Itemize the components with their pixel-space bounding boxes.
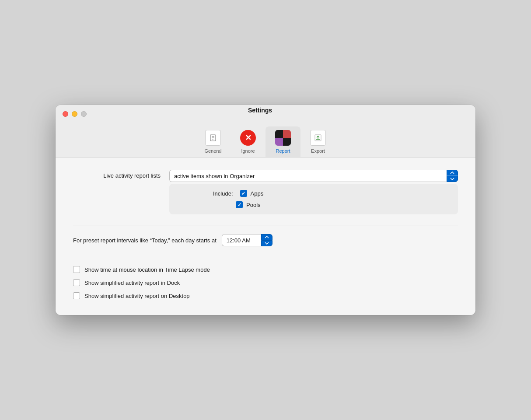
- time-stepper-up-button[interactable]: [261, 234, 272, 240]
- report-icon-wrapper: [274, 129, 292, 147]
- general-icon: [205, 130, 221, 146]
- tab-report[interactable]: Report: [266, 126, 300, 157]
- settings-window: Settings General: [56, 105, 475, 315]
- divider-1: [73, 225, 458, 225]
- stepper-up-button[interactable]: [447, 170, 458, 176]
- apps-label: Apps: [251, 190, 264, 197]
- simplified-dock-label: Show simplified activity report in Dock: [84, 280, 180, 286]
- divider-2: [73, 257, 458, 257]
- time-lapse-row: Show time at mouse location in Time Laps…: [73, 266, 458, 273]
- tab-export[interactable]: Export: [300, 126, 335, 157]
- apps-checkbox[interactable]: [240, 190, 247, 197]
- simplified-desktop-label: Show simplified activity report on Deskt…: [84, 293, 190, 299]
- time-lapse-label: Show time at mouse location in Time Laps…: [84, 266, 210, 273]
- close-button[interactable]: [63, 111, 68, 117]
- tab-ignore[interactable]: Ignore: [231, 126, 266, 157]
- preset-label: For preset report intervals like “Today,…: [73, 237, 217, 244]
- time-stepper-down-button[interactable]: [261, 240, 272, 246]
- time-lapse-checkbox[interactable]: [73, 266, 80, 273]
- tab-export-label: Export: [311, 148, 325, 154]
- tab-general[interactable]: General: [196, 126, 231, 157]
- content-area: Live activity report lists active items …: [56, 158, 475, 315]
- window-title: Settings: [87, 107, 433, 114]
- toolbar-tabs: General Ignore Repo: [63, 123, 468, 157]
- simplified-dock-checkbox[interactable]: [73, 279, 80, 286]
- live-activity-dropdown[interactable]: active items shown in Organizer: [169, 170, 447, 182]
- tab-ignore-label: Ignore: [241, 148, 255, 154]
- ignore-icon-wrapper: [239, 129, 257, 147]
- titlebar: Settings General: [56, 105, 475, 158]
- simplified-desktop-checkbox[interactable]: [73, 292, 80, 299]
- live-activity-stepper: [447, 170, 458, 182]
- report-icon: [275, 130, 291, 146]
- export-icon: [310, 130, 326, 146]
- pools-label: Pools: [246, 202, 261, 208]
- tab-general-label: General: [204, 148, 221, 154]
- minimize-button[interactable]: [72, 111, 77, 117]
- traffic-lights: [63, 111, 87, 117]
- general-icon-wrapper: [204, 129, 222, 147]
- include-header-label: Include:: [213, 190, 233, 197]
- live-activity-control: active items shown in Organizer: [169, 170, 458, 214]
- live-activity-label: Live activity report lists: [73, 170, 161, 179]
- preset-section: For preset report intervals like “Today,…: [73, 234, 458, 246]
- maximize-button: [81, 111, 87, 117]
- ignore-icon: [240, 130, 256, 146]
- time-stepper: [261, 234, 272, 246]
- simplified-desktop-row: Show simplified activity report on Deskt…: [73, 292, 458, 299]
- pools-checkbox[interactable]: [236, 201, 243, 208]
- export-icon-wrapper: [309, 129, 327, 147]
- stepper-down-button[interactable]: [447, 176, 458, 182]
- time-field[interactable]: 12:00 AM: [222, 234, 261, 246]
- tab-report-label: Report: [276, 148, 290, 154]
- checkboxes-section: Show time at mouse location in Time Laps…: [73, 266, 458, 299]
- live-activity-row: Live activity report lists active items …: [73, 170, 458, 214]
- title-row: Settings: [63, 111, 468, 121]
- simplified-dock-row: Show simplified activity report in Dock: [73, 279, 458, 286]
- live-activity-section: Live activity report lists active items …: [73, 170, 458, 214]
